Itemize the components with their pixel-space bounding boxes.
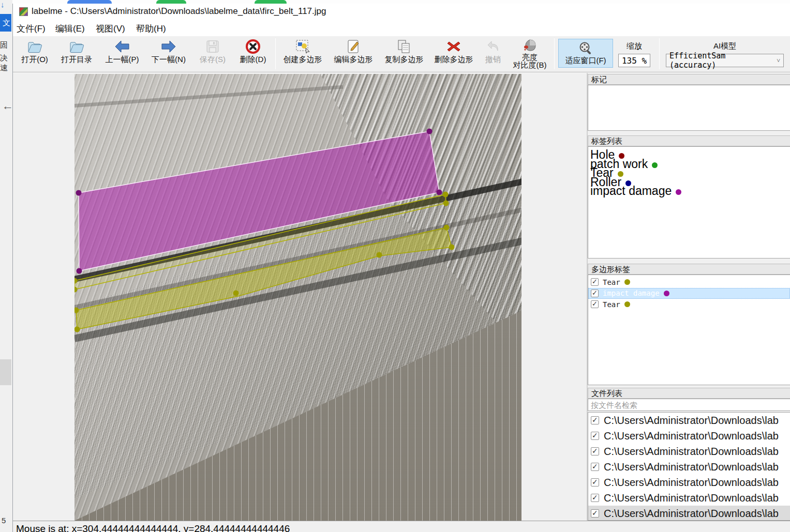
file-row-selected[interactable]: C:\Users\Administrator\Downloads\lab [588,506,790,521]
checkbox-checked-icon[interactable] [591,290,599,297]
file-row[interactable]: C:\Users\Administrator\Downloads\lab [588,413,790,428]
checkbox-checked-icon[interactable] [591,432,599,440]
create-polygon-icon [279,38,326,55]
polygon-color-dot [624,279,630,285]
right-dock: 标记 标签列表 Hole patch work Tear Roller impa… [587,73,790,521]
open-button[interactable]: 打开(O) [16,38,53,70]
label-list-header[interactable]: 标签列表 [588,135,790,146]
prev-image-button[interactable]: 上一幅(P) [100,38,144,70]
file-row[interactable]: C:\Users\Administrator\Downloads\lab [588,459,790,475]
browser-tab-fragment-green2 [255,0,287,4]
polygon-color-dot [624,301,630,307]
bg-text-fragment-2: 决速 [0,53,12,73]
next-arrow-icon [146,38,191,55]
edit-polygon-button[interactable]: 编辑多边形 [330,38,377,70]
label-list[interactable]: Hole patch work Tear Roller impact damag… [588,146,790,259]
toolbar: 打开(O) 打开目录 上一幅(P) 下一幅(N) [13,36,790,72]
open-button-label: 打开(O) [16,55,53,64]
create-polygon-button[interactable]: 创建多边形 [279,38,326,70]
save-button-label: 保存(S) [194,55,231,64]
zoom-caption: 缩放 [618,41,650,51]
fit-window-magnifier-icon [559,40,613,56]
delete-file-button[interactable]: 删除(D) [234,38,272,70]
checkbox-checked-icon[interactable] [591,300,599,308]
polygon-row-tear-1[interactable]: Tear [588,277,790,288]
open-dir-button[interactable]: 打开目录 [56,38,97,70]
status-bar: Mouse is at: x=304.44444444444444, y=284… [13,521,790,532]
toolbar-separator [275,38,276,69]
copy-polygon-icon [380,38,428,55]
polygon-row-impact-damage[interactable]: impact damage [588,288,790,299]
mouse-position-status: Mouse is at: x=304.44444444444444, y=284… [16,523,290,532]
menu-help[interactable]: 帮助(H) [136,23,166,35]
annotation-overlay [74,74,521,521]
menu-file[interactable]: 文件(F) [17,23,46,35]
background-top-strip [0,0,790,4]
copy-polygon-label: 复制多边形 [380,55,428,64]
open-folder-icon [16,38,53,55]
bg-down-arrow-icon: ↓ [1,0,5,9]
toolbar-separator [659,38,660,69]
next-image-label: 下一幅(N) [146,55,191,64]
file-row[interactable]: C:\Users\Administrator\Downloads\lab [588,444,790,459]
labelme-app-icon [19,7,28,16]
bg-gray-block [0,359,11,385]
polygon-labels-header[interactable]: 多边形标签 [588,264,790,275]
menu-edit[interactable]: 编辑(E) [55,23,85,35]
brightness-contrast-label: 亮度 对比度(B) [508,53,552,69]
checkbox-checked-icon[interactable] [591,509,599,518]
bg-text-fragment-1: 固 [0,40,8,50]
copy-polygon-button[interactable]: 复制多边形 [380,38,428,70]
labelme-window: labelme - C:\Users\Administrator\Downloa… [12,4,790,532]
flags-list[interactable] [588,85,790,131]
window-title: labelme - C:\Users\Administrator\Downloa… [32,6,326,17]
ai-model-value: EfficientSam (accuracy) [669,51,777,70]
checkbox-checked-icon[interactable] [591,416,599,424]
undo-icon [481,38,505,55]
prev-arrow-icon [100,38,144,55]
fit-window-button[interactable]: 适应窗口(F) [558,39,613,68]
delete-polygon-label: 删除多边形 [430,55,478,64]
brightness-contrast-icon [508,38,552,53]
next-image-button[interactable]: 下一幅(N) [146,38,191,70]
open-dir-folder-icon [56,38,97,55]
image-canvas[interactable] [13,73,587,521]
undo-button[interactable]: 撤销 [481,38,505,70]
label-color-dot [652,162,658,168]
checkbox-checked-icon[interactable] [591,478,599,487]
delete-polygon-button[interactable]: 删除多边形 [430,38,478,70]
polygon-color-dot [664,291,669,296]
label-color-dot [676,189,681,195]
checkbox-checked-icon[interactable] [591,463,599,471]
file-row[interactable]: C:\Users\Administrator\Downloads\lab [588,475,790,490]
edit-polygon-icon [330,38,377,55]
label-item-patch-work[interactable]: patch work [588,159,790,169]
edit-polygon-label: 编辑多边形 [330,55,377,64]
menu-view[interactable]: 视图(V) [96,23,125,35]
file-row[interactable]: C:\Users\Administrator\Downloads\lab [588,490,790,506]
menu-bar: 文件(F) 编辑(E) 视图(V) 帮助(H) [13,20,790,36]
polygon-row-tear-2[interactable]: Tear [588,299,790,310]
title-bar: labelme - C:\Users\Administrator\Downloa… [13,4,790,20]
ai-model-select[interactable]: EfficientSam (accuracy) ˅ [666,54,784,67]
polygon-labels-list[interactable]: Tear impact damage Tear [588,275,790,385]
checkbox-checked-icon[interactable] [591,278,599,286]
delete-polygon-icon [430,38,478,55]
flags-header[interactable]: 标记 [588,74,790,85]
belt-photo [74,74,521,521]
bg-back-arrow-icon: ← [2,99,13,113]
zoom-value-spinbox[interactable]: 135 % [618,54,650,67]
delete-file-label: 删除(D) [234,55,272,64]
save-floppy-icon [194,38,231,55]
label-item-impact-damage[interactable]: impact damage [588,186,790,195]
file-search-input[interactable] [588,399,790,411]
background-left-strip: ↓ 文 固 决速 ← 5 [0,0,12,532]
brightness-contrast-button[interactable]: 亮度 对比度(B) [508,38,552,70]
file-row[interactable]: C:\Users\Administrator\Downloads\lab [588,428,790,444]
checkbox-checked-icon[interactable] [591,494,599,502]
save-button[interactable]: 保存(S) [194,38,231,70]
file-list-header[interactable]: 文件列表 [588,388,790,399]
file-list[interactable]: C:\Users\Administrator\Downloads\lab C:\… [588,412,790,521]
checkbox-checked-icon[interactable] [591,447,599,455]
open-dir-button-label: 打开目录 [56,55,97,64]
